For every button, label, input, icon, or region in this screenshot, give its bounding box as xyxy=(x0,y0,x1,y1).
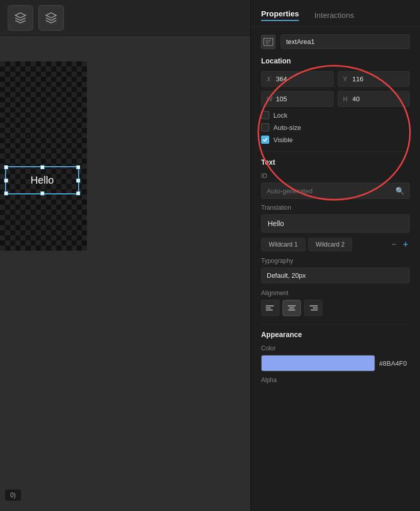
alpha-label: Alpha xyxy=(261,376,410,384)
autosize-label: Auto-size xyxy=(273,124,301,131)
id-field-label: ID xyxy=(261,172,410,180)
element-text: Hello xyxy=(31,174,54,186)
resize-handle-tm[interactable] xyxy=(40,165,44,169)
text-id-field[interactable]: 🔍 xyxy=(261,183,410,199)
zoom-indicator: 0) xyxy=(5,490,21,501)
text-heading: Text xyxy=(261,158,410,166)
visible-checkbox[interactable] xyxy=(261,136,269,144)
resize-handle-bm[interactable] xyxy=(40,191,44,195)
y-label: Y xyxy=(343,76,349,83)
tab-interactions[interactable]: Interactions xyxy=(314,11,354,19)
lock-row: Lock xyxy=(261,111,410,119)
element-type-icon xyxy=(261,35,275,49)
h-input[interactable] xyxy=(353,95,405,103)
alignment-row xyxy=(261,300,410,316)
element-id-row: textArea1 xyxy=(261,34,410,49)
divider-2 xyxy=(261,324,410,324)
autosize-row: Auto-size xyxy=(261,123,410,131)
x-field[interactable]: X xyxy=(261,71,334,87)
h-label: H xyxy=(343,96,349,103)
toolbar xyxy=(0,0,250,36)
x-input[interactable] xyxy=(276,75,328,83)
wh-row: W H xyxy=(261,91,410,107)
canvas-viewport: Hello 0) xyxy=(0,36,250,511)
alignment-label: Alignment xyxy=(261,290,410,297)
color-hex-value: #8BA4F0 xyxy=(379,360,410,367)
align-left-button[interactable] xyxy=(261,300,279,316)
resize-handle-ml[interactable] xyxy=(4,179,8,183)
cube-button[interactable] xyxy=(8,5,33,31)
w-label: W xyxy=(267,96,273,103)
y-input[interactable] xyxy=(353,75,405,83)
y-field[interactable]: Y xyxy=(338,71,410,87)
resize-handle-bl[interactable] xyxy=(4,191,8,195)
element-id-field[interactable]: textArea1 xyxy=(281,34,410,49)
panel-content: textArea1 Location X Y W xyxy=(251,27,420,511)
tab-properties[interactable]: Properties xyxy=(261,9,299,21)
autosize-checkbox[interactable] xyxy=(261,123,269,131)
w-field[interactable]: W xyxy=(261,91,334,107)
layers-button[interactable] xyxy=(38,5,64,31)
xy-row: X Y xyxy=(261,71,410,87)
align-center-button[interactable] xyxy=(283,300,301,316)
color-label: Color xyxy=(261,345,410,352)
typography-label: Typography xyxy=(261,257,410,264)
text-section: Text ID 🔍 Translation Hello Wildcard 1 W… xyxy=(261,158,410,316)
search-icon[interactable]: 🔍 xyxy=(395,187,404,195)
text-id-input[interactable] xyxy=(267,187,395,195)
properties-panel: Properties Interactions textArea1 Locati… xyxy=(250,0,420,511)
typography-field[interactable]: Default, 20px xyxy=(261,268,410,283)
appearance-section: Appearance Color #8BA4F0 Alpha xyxy=(261,330,410,384)
translation-label: Translation xyxy=(261,204,410,211)
wildcard-plus-button[interactable]: + xyxy=(401,239,410,250)
translation-field[interactable]: Hello xyxy=(261,214,410,233)
location-heading: Location xyxy=(261,57,410,65)
lock-label: Lock xyxy=(273,112,287,119)
selected-element[interactable]: Hello xyxy=(5,166,79,194)
wildcard2-button[interactable]: Wildcard 2 xyxy=(308,238,353,251)
lock-checkbox[interactable] xyxy=(261,111,269,119)
canvas-board: Hello xyxy=(0,61,87,251)
resize-handle-br[interactable] xyxy=(76,191,80,195)
color-preview[interactable] xyxy=(261,355,375,371)
resize-handle-tl[interactable] xyxy=(4,165,8,169)
x-label: X xyxy=(267,76,273,83)
wildcard-row: Wildcard 1 Wildcard 2 − + xyxy=(261,238,410,251)
divider-1 xyxy=(261,151,410,152)
visible-label: Visible xyxy=(273,136,293,144)
canvas-area: Hello 0) xyxy=(0,0,250,511)
wildcard-minus-button[interactable]: − xyxy=(389,240,399,249)
wildcard1-button[interactable]: Wildcard 1 xyxy=(261,238,306,251)
h-field[interactable]: H xyxy=(338,91,410,107)
resize-handle-tr[interactable] xyxy=(76,165,80,169)
visible-row: Visible xyxy=(261,136,410,144)
color-row: #8BA4F0 xyxy=(261,355,410,371)
resize-handle-mr[interactable] xyxy=(76,179,80,183)
appearance-heading: Appearance xyxy=(261,330,410,339)
w-input[interactable] xyxy=(276,95,328,103)
panel-tabs: Properties Interactions xyxy=(251,0,420,27)
align-right-button[interactable] xyxy=(304,300,322,316)
location-section: Location X Y W H xyxy=(261,57,410,144)
